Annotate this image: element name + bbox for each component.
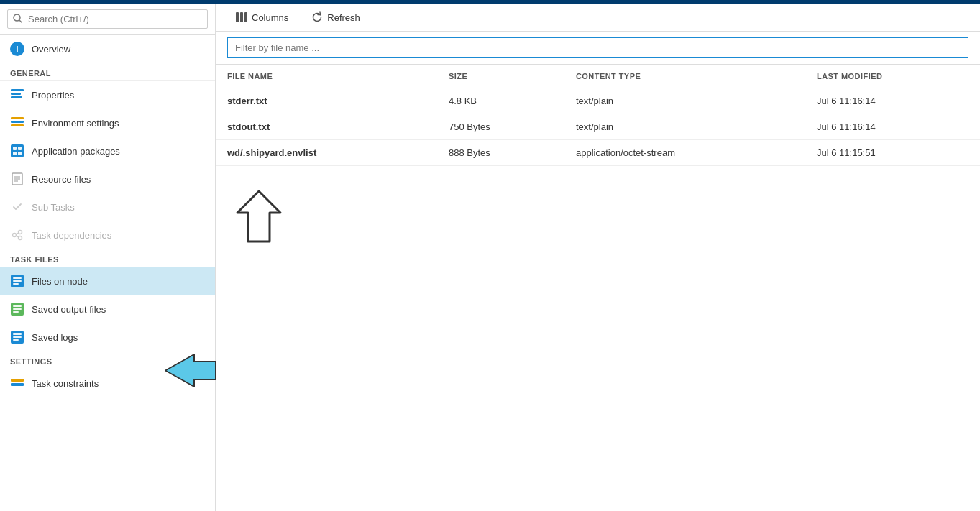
svg-rect-27 bbox=[13, 283, 19, 285]
col-header-file-name: FILE NAME bbox=[216, 65, 437, 88]
sidebar-item-label-overview: Overview bbox=[32, 44, 70, 55]
svg-rect-6 bbox=[11, 96, 22, 98]
col-header-size: SIZE bbox=[437, 65, 564, 88]
svg-rect-13 bbox=[13, 152, 17, 155]
columns-icon bbox=[236, 12, 247, 22]
table-body: stderr.txt 4.8 KB text/plain Jul 6 11:16… bbox=[216, 88, 980, 166]
col-header-last-modified: LAST MODIFIED bbox=[805, 65, 980, 88]
toolbar: Columns Refresh bbox=[216, 4, 980, 32]
sidebar-item-label-sub-tasks: Sub Tasks bbox=[32, 202, 75, 213]
sidebar-item-saved-logs[interactable]: Saved logs bbox=[0, 323, 215, 351]
columns-button[interactable]: Columns bbox=[227, 9, 297, 27]
sidebar-item-task-dependencies[interactable]: Task dependencies bbox=[0, 221, 215, 249]
svg-rect-35 bbox=[13, 339, 19, 341]
cell-size: 750 Bytes bbox=[437, 114, 564, 140]
svg-rect-5 bbox=[11, 93, 21, 95]
sidebar-item-task-constraints[interactable]: Task constraints bbox=[0, 369, 215, 397]
sidebar-item-label-task-constraints: Task constraints bbox=[32, 378, 99, 389]
table-row: wd/.shipyard.envlist 888 Bytes applicati… bbox=[216, 140, 980, 166]
content-area: Columns Refresh FILE NAME SIZE bbox=[216, 4, 980, 511]
sidebar-item-overview[interactable]: i Overview bbox=[0, 35, 215, 63]
sidebar-item-env-settings[interactable]: Environment settings bbox=[0, 109, 215, 137]
resource-files-icon bbox=[10, 172, 24, 186]
sidebar-item-label-saved-logs: Saved logs bbox=[32, 332, 78, 343]
sidebar-item-label-task-dependencies: Task dependencies bbox=[32, 230, 111, 241]
properties-icon bbox=[10, 88, 24, 102]
app-packages-icon bbox=[10, 144, 24, 158]
sidebar-item-label-app-packages: Application packages bbox=[32, 146, 120, 157]
cell-size: 888 Bytes bbox=[437, 140, 564, 166]
table-row: stdout.txt 750 Bytes text/plain Jul 6 11… bbox=[216, 114, 980, 140]
search-icon bbox=[13, 14, 22, 25]
svg-rect-37 bbox=[11, 383, 24, 386]
svg-text:i: i bbox=[16, 45, 18, 53]
svg-rect-9 bbox=[11, 124, 24, 126]
svg-rect-7 bbox=[11, 117, 24, 119]
sidebar-item-resource-files[interactable]: Resource files bbox=[0, 165, 215, 193]
sidebar-item-saved-output-files[interactable]: Saved output files bbox=[0, 295, 215, 323]
cell-last-modified: Jul 6 11:16:14 bbox=[805, 114, 980, 140]
sidebar-item-label-env-settings: Environment settings bbox=[32, 118, 119, 129]
svg-rect-39 bbox=[240, 12, 243, 22]
saved-logs-icon bbox=[10, 330, 24, 344]
search-wrapper bbox=[7, 9, 208, 29]
svg-rect-30 bbox=[13, 308, 22, 310]
files-table: FILE NAME SIZE CONTENT TYPE LAST MODIFIE… bbox=[216, 65, 980, 166]
refresh-button[interactable]: Refresh bbox=[303, 8, 369, 27]
sidebar: i Overview GENERAL Properties bbox=[0, 4, 216, 511]
files-on-node-icon bbox=[10, 274, 24, 288]
saved-output-files-icon bbox=[10, 302, 24, 316]
refresh-icon bbox=[311, 11, 323, 23]
search-box bbox=[0, 4, 215, 35]
cell-file-name: stderr.txt bbox=[216, 88, 437, 114]
cell-content-type: text/plain bbox=[564, 88, 805, 114]
overview-icon: i bbox=[10, 42, 24, 56]
table-header-row: FILE NAME SIZE CONTENT TYPE LAST MODIFIE… bbox=[216, 65, 980, 88]
sidebar-item-label-resource-files: Resource files bbox=[32, 174, 91, 185]
task-dependencies-icon bbox=[10, 228, 24, 242]
svg-point-21 bbox=[19, 236, 22, 240]
filter-input[interactable] bbox=[227, 37, 968, 58]
refresh-label: Refresh bbox=[327, 12, 360, 23]
svg-point-20 bbox=[19, 231, 22, 234]
svg-rect-12 bbox=[18, 147, 22, 150]
search-input[interactable] bbox=[7, 9, 208, 29]
table-row: stderr.txt 4.8 KB text/plain Jul 6 11:16… bbox=[216, 88, 980, 114]
sidebar-item-label-saved-output-files: Saved output files bbox=[32, 304, 106, 315]
svg-rect-34 bbox=[13, 336, 22, 338]
settings-section-label: SETTINGS bbox=[0, 351, 215, 369]
sidebar-item-files-on-node[interactable]: Files on node bbox=[0, 267, 215, 295]
sidebar-item-properties[interactable]: Properties bbox=[0, 81, 215, 109]
cell-last-modified: Jul 6 11:15:51 bbox=[805, 140, 980, 166]
svg-rect-11 bbox=[13, 147, 17, 150]
sub-tasks-icon bbox=[10, 200, 24, 214]
svg-line-1 bbox=[19, 20, 22, 22]
cell-file-name: wd/.shipyard.envlist bbox=[216, 140, 437, 166]
svg-rect-8 bbox=[11, 121, 24, 123]
task-files-section-label: TASK FILES bbox=[0, 249, 215, 267]
up-arrow-icon bbox=[230, 188, 288, 245]
cell-size: 4.8 KB bbox=[437, 88, 564, 114]
svg-rect-40 bbox=[244, 12, 247, 22]
filter-bar bbox=[216, 32, 980, 65]
svg-rect-4 bbox=[11, 89, 24, 91]
sidebar-item-sub-tasks[interactable]: Sub Tasks bbox=[0, 193, 215, 221]
sidebar-item-app-packages[interactable]: Application packages bbox=[0, 137, 215, 165]
cell-last-modified: Jul 6 11:16:14 bbox=[805, 88, 980, 114]
svg-rect-31 bbox=[13, 311, 19, 313]
svg-rect-25 bbox=[13, 277, 22, 279]
cell-content-type: text/plain bbox=[564, 114, 805, 140]
general-section-label: GENERAL bbox=[0, 63, 215, 81]
sidebar-item-label-files-on-node: Files on node bbox=[32, 276, 88, 287]
svg-rect-14 bbox=[18, 152, 22, 155]
svg-line-23 bbox=[17, 236, 19, 237]
table-container: FILE NAME SIZE CONTENT TYPE LAST MODIFIE… bbox=[216, 65, 980, 511]
cell-file-name: stdout.txt bbox=[216, 114, 437, 140]
svg-rect-10 bbox=[11, 144, 24, 157]
columns-label: Columns bbox=[252, 12, 288, 23]
cell-content-type: application/octet-stream bbox=[564, 140, 805, 166]
sidebar-item-label-properties: Properties bbox=[32, 90, 74, 101]
svg-rect-26 bbox=[13, 280, 22, 282]
svg-marker-41 bbox=[237, 191, 280, 241]
task-constraints-icon bbox=[10, 376, 24, 390]
